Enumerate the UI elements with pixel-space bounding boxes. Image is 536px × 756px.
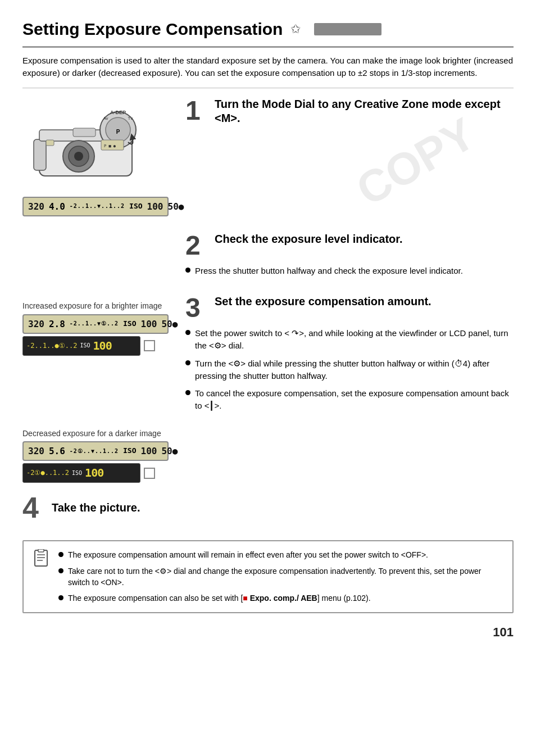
main-lcd-row: 320 4.0 -2..1..▼..1..2 ISO 100 50●: [22, 197, 514, 221]
note-bullet-1: [58, 552, 63, 557]
note-bullet-2: [58, 568, 63, 573]
svg-text:P  ■  ●: P ■ ●: [104, 144, 116, 148]
increased-led-row: -2..1..●①..2 ISO 100: [22, 336, 175, 356]
title-accent-bar: [314, 23, 381, 35]
step-1-left: A-DEP Av Tv P: [22, 97, 185, 184]
notes-section: The exposure compensation amount will re…: [22, 540, 514, 613]
step-1-number: 1: [185, 97, 208, 124]
increased-lcd-strip: 320 2.8 -2..1..▼①..2 ISO 100 50●: [22, 314, 169, 334]
svg-text:Tv: Tv: [128, 116, 133, 121]
bullet-dot-3b: [185, 360, 190, 365]
step-2-bullet-1: Press the shutter button halfway and che…: [185, 265, 514, 277]
increased-left: Increased exposure for a brighter image …: [22, 295, 185, 418]
increased-section: Increased exposure for a brighter image …: [22, 295, 514, 418]
svg-rect-16: [35, 550, 47, 566]
intro-paragraph: Exposure compensation is used to alter t…: [22, 55, 514, 88]
svg-point-12: [74, 152, 83, 161]
svg-rect-20: [38, 549, 44, 552]
increased-square-icon: [144, 340, 155, 351]
svg-rect-13: [46, 140, 54, 146]
decreased-led-display: -2①●..1..2 ISO 100: [22, 463, 140, 483]
decreased-left: Decreased exposure for a darker image 32…: [22, 422, 185, 483]
decreased-label: Decreased exposure for a darker image: [22, 428, 175, 439]
step-3-bullet-2: Turn the <⚙> dial while pressing the shu…: [185, 357, 514, 382]
step-3-bullet-1: Set the power switch to < ↷>, and while …: [185, 327, 514, 352]
step-1-right: 1 Turn the Mode Dial to any Creative Zon…: [185, 97, 514, 131]
notes-list: The exposure compensation amount will re…: [58, 549, 503, 604]
decreased-square-icon: [144, 468, 155, 479]
page-title-bar: Setting Exposure Compensation ✩: [22, 17, 514, 48]
step-2-row: 2 Check the exposure level indicator. Pr…: [22, 232, 514, 283]
note-3-text: The exposure compensation can also be se…: [68, 592, 371, 604]
step-3-bullet-3: To cancel the exposure compensation, set…: [185, 387, 514, 412]
svg-rect-9: [73, 128, 96, 137]
note-icon-svg: [33, 549, 51, 569]
decreased-right-empty: [185, 422, 514, 483]
notes-icon: [33, 549, 51, 604]
step-4-row: 4 Take the picture.: [22, 493, 514, 522]
step-1-row: A-DEP Av Tv P: [22, 97, 514, 184]
step-2-title: Check the exposure level indicator.: [215, 232, 403, 246]
note-2: Take care not to turn the <⚙> dial and c…: [58, 565, 503, 588]
svg-text:A-DEP: A-DEP: [110, 110, 126, 115]
note-1: The exposure compensation amount will re…: [58, 549, 503, 560]
bullet-dot-3a: [185, 330, 190, 335]
increased-led-display: -2..1..●①..2 ISO 100: [22, 336, 140, 356]
step-2-number: 2: [185, 232, 208, 259]
bullet-dot: [185, 268, 190, 273]
bullet-dot-3c: [185, 390, 190, 395]
note-3: The exposure compensation can also be se…: [58, 592, 503, 604]
decreased-led-row: -2①●..1..2 ISO 100: [22, 463, 175, 483]
svg-text:Av: Av: [103, 116, 108, 121]
step-3-bullets: Set the power switch to < ↷>, and while …: [185, 327, 514, 412]
step-2-header: 2 Check the exposure level indicator.: [185, 232, 514, 259]
step-3-right: 3 Set the exposure compensation amount. …: [185, 295, 514, 418]
step-2-bullets: Press the shutter button halfway and che…: [185, 265, 514, 277]
step-3-header: 3 Set the exposure compensation amount.: [185, 295, 514, 322]
note-bullet-3: [58, 595, 63, 600]
step-1-title: Turn the Mode Dial to any Creative Zone …: [215, 97, 514, 125]
page-number: 101: [22, 623, 514, 641]
main-content: A-DEP Av Tv P: [22, 97, 514, 613]
step-2-right: 2 Check the exposure level indicator. Pr…: [185, 232, 514, 283]
svg-text:P: P: [116, 129, 120, 135]
svg-rect-1: [34, 139, 46, 170]
decreased-lcd-strip: 320 5.6 -2①..▼..1..2 ISO 100 50●: [22, 441, 169, 461]
step-4-number: 4: [22, 493, 45, 522]
decreased-section: Decreased exposure for a darker image 32…: [22, 422, 514, 483]
star-icon: ✩: [290, 20, 301, 38]
step-1-header: 1 Turn the Mode Dial to any Creative Zon…: [185, 97, 514, 125]
increased-label: Increased exposure for a brighter image: [22, 300, 175, 311]
page-title: Setting Exposure Compensation: [22, 17, 283, 42]
main-lcd-left: 320 4.0 -2..1..▼..1..2 ISO 100 50●: [22, 197, 185, 221]
main-lcd-strip: 320 4.0 -2..1..▼..1..2 ISO 100 50●: [22, 197, 169, 216]
step-3-number: 3: [185, 295, 208, 322]
step-4-title: Take the picture.: [52, 501, 140, 515]
step-3-title: Set the exposure compensation amount.: [215, 295, 431, 309]
camera-dial-illustration: A-DEP Av Tv P: [22, 97, 152, 184]
